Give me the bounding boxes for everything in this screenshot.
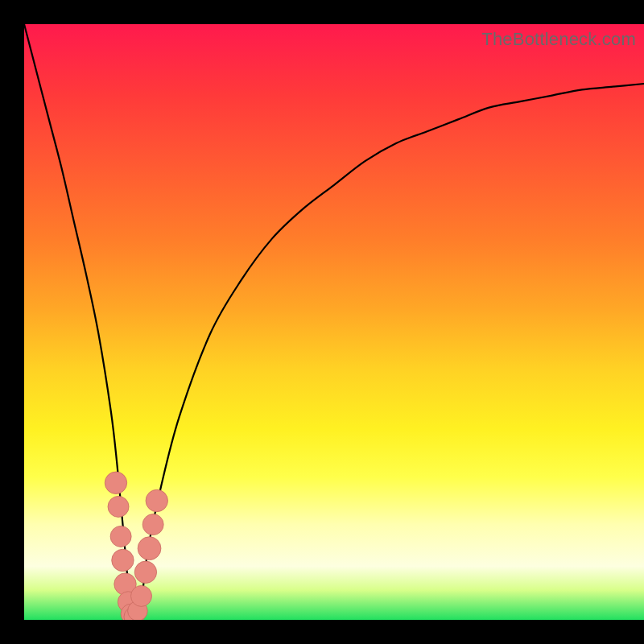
bead-marker xyxy=(138,537,161,560)
bead-marker xyxy=(105,472,126,493)
bead-marker xyxy=(108,496,129,517)
beads-group xyxy=(105,472,167,620)
bottleneck-curve-svg xyxy=(24,24,644,620)
bead-marker xyxy=(112,549,134,571)
bead-marker xyxy=(110,526,131,547)
plot-area: TheBottleneck.com xyxy=(24,24,644,620)
chart-frame: TheBottleneck.com xyxy=(0,0,644,644)
bead-marker xyxy=(142,514,163,535)
bead-marker xyxy=(146,489,167,511)
bead-marker xyxy=(134,561,156,583)
bead-marker xyxy=(131,585,152,606)
